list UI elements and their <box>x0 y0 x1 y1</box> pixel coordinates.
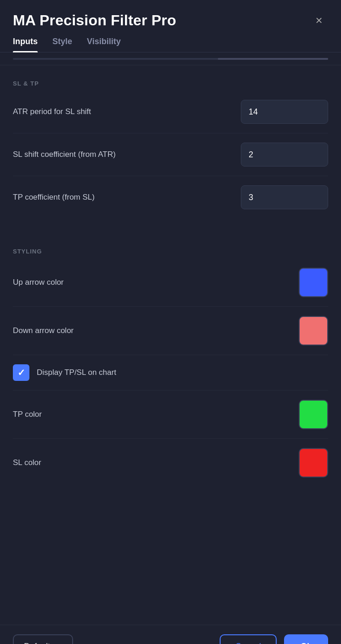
tab-bar: Inputs Style Visibility <box>0 37 341 52</box>
atr-period-row: ATR period for SL shift <box>13 91 328 133</box>
defaults-button[interactable]: Defaults ▾ <box>13 634 73 644</box>
check-icon: ✓ <box>17 367 25 378</box>
footer-actions: Cancel Ok <box>220 634 328 644</box>
styling-section-label: STYLING <box>13 248 328 255</box>
sl-shift-coeff-input[interactable] <box>241 143 328 167</box>
down-arrow-color-label: Down arrow color <box>13 326 74 335</box>
sl-color-row: SL color <box>13 439 328 487</box>
atr-period-label: ATR period for SL shift <box>13 107 91 116</box>
down-arrow-color-swatch[interactable] <box>299 316 328 345</box>
tab-style[interactable]: Style <box>52 37 72 52</box>
atr-period-input[interactable] <box>241 100 328 124</box>
bottom-spacer <box>13 487 328 625</box>
down-arrow-color-row: Down arrow color <box>13 307 328 355</box>
sl-shift-coeff-row: SL shift coefficient (from ATR) <box>13 133 328 176</box>
sl-color-label: SL color <box>13 458 41 467</box>
sl-color-swatch[interactable] <box>299 448 328 477</box>
sl-shift-coeff-label: SL shift coefficient (from ATR) <box>13 150 116 159</box>
display-tp-sl-checkbox[interactable]: ✓ <box>13 364 29 381</box>
dialog-title: MA Precision Filter Pro <box>13 12 176 29</box>
tp-coeff-label: TP coefficient (from SL) <box>13 193 95 202</box>
tp-coeff-row: TP coefficient (from SL) <box>13 176 328 218</box>
tp-color-swatch[interactable] <box>299 400 328 429</box>
display-tp-sl-label: Display TP/SL on chart <box>37 368 116 377</box>
tp-color-row: TP color <box>13 391 328 439</box>
tp-coeff-input[interactable] <box>241 185 328 209</box>
styling-fields: Up arrow color Down arrow color ✓ Displa… <box>13 259 328 487</box>
tab-inputs[interactable]: Inputs <box>13 37 38 52</box>
up-arrow-color-label: Up arrow color <box>13 278 64 287</box>
header: MA Precision Filter Pro × <box>0 0 341 37</box>
tp-color-label: TP color <box>13 410 42 419</box>
tab-visibility[interactable]: Visibility <box>87 37 121 52</box>
sl-tp-section-label: SL & TP <box>13 80 328 87</box>
dialog: MA Precision Filter Pro × Inputs Style V… <box>0 0 341 644</box>
close-icon: × <box>315 13 322 28</box>
scroll-area <box>0 52 341 65</box>
ok-button[interactable]: Ok <box>284 634 328 644</box>
up-arrow-color-row: Up arrow color <box>13 259 328 307</box>
scroll-thumb <box>218 58 328 60</box>
sl-tp-fields: ATR period for SL shift SL shift coeffic… <box>13 91 328 218</box>
defaults-label: Defaults <box>24 642 54 644</box>
close-button[interactable]: × <box>310 11 328 29</box>
content-area: SL & TP ATR period for SL shift SL shift… <box>0 65 341 625</box>
scroll-track <box>13 58 328 60</box>
display-tp-sl-row: ✓ Display TP/SL on chart <box>13 355 328 391</box>
footer: Defaults ▾ Cancel Ok <box>0 625 341 644</box>
cancel-button[interactable]: Cancel <box>220 634 277 644</box>
up-arrow-color-swatch[interactable] <box>299 268 328 297</box>
